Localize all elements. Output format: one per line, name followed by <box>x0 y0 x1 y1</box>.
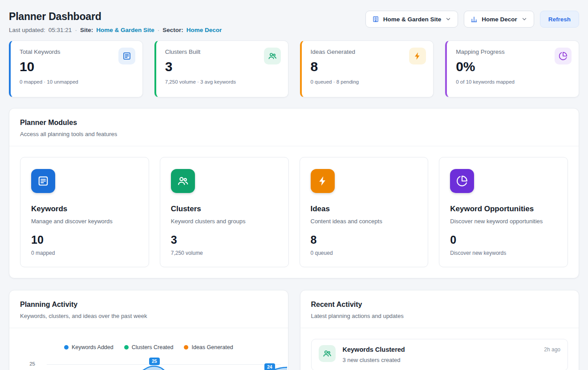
module-description: Manage and discover keywords <box>31 218 138 225</box>
data-point-label: 25 <box>149 358 160 365</box>
modules-grid: Keywords Manage and discover keywords 10… <box>9 146 579 278</box>
refresh-button[interactable]: Refresh <box>540 11 579 28</box>
module-detail: 0 mapped <box>31 250 138 256</box>
module-detail: 0 queued <box>311 250 418 256</box>
header-left: Planner Dashboard Last updated: 05:31:21… <box>9 11 222 33</box>
planning-activity-panel: Planning Activity Keywords, clusters, an… <box>9 290 288 370</box>
stat-detail: 7,250 volume · 3 avg keywords <box>165 79 279 84</box>
module-description: Content ideas and concepts <box>311 218 418 225</box>
pie-chart-icon <box>450 169 474 193</box>
document-lines-icon <box>31 169 55 193</box>
building-icon <box>372 16 379 23</box>
header-meta: Last updated: 05:31:21 · Site: Home & Ga… <box>9 27 222 33</box>
lightning-icon <box>311 169 335 193</box>
stat-value: 10 <box>20 59 134 74</box>
activity-item-time: 2h ago <box>544 346 560 353</box>
module-description: Discover new keyword opportunities <box>450 218 557 225</box>
recent-activity-panel: Recent Activity Latest planning actions … <box>300 290 580 370</box>
stat-card-total-keywords: Total Keywords 10 0 mapped · 10 unmapped <box>9 40 143 97</box>
legend-item-ideas-generated: Ideas Generated <box>184 344 233 350</box>
legend-label: Keywords Added <box>72 344 114 350</box>
module-detail: 7,250 volume <box>171 250 278 256</box>
stat-card-mapping-progress: Mapping Progress 0% 0 of 10 keywords map… <box>445 40 579 97</box>
planner-modules-panel: Planner Modules Access all planning tool… <box>9 108 579 278</box>
stat-card-ideas-generated: Ideas Generated 8 0 queued · 8 pending <box>300 40 434 97</box>
lightning-icon <box>409 48 426 64</box>
module-description: Keyword clusters and groups <box>171 218 278 225</box>
stat-label: Clusters Built <box>165 48 279 55</box>
module-title: Keywords <box>31 205 138 213</box>
page-title: Planner Dashboard <box>9 11 222 23</box>
bar-chart-icon <box>470 16 478 23</box>
stat-label: Mapping Progress <box>456 48 570 55</box>
data-point-label: 24 <box>264 363 275 370</box>
module-title: Keyword Opportunities <box>450 205 557 213</box>
legend-item-clusters-created: Clusters Created <box>124 344 174 350</box>
legend-dot-icon <box>64 345 69 350</box>
sector-selector-dropdown[interactable]: Home Decor <box>464 11 534 28</box>
stat-label: Ideas Generated <box>311 48 425 55</box>
module-value: 8 <box>311 233 418 246</box>
stat-detail: 0 of 10 keywords mapped <box>456 79 570 84</box>
document-lines-icon <box>118 48 135 64</box>
legend-dot-icon <box>184 345 188 350</box>
site-selector-label: Home & Garden Site <box>383 16 442 23</box>
divider <box>9 328 288 328</box>
recent-activity-title: Recent Activity <box>311 301 568 309</box>
users-icon <box>264 48 281 64</box>
stat-value: 0% <box>456 59 570 74</box>
site-link[interactable]: Home & Garden Site <box>96 27 154 33</box>
keywords-added-area-series <box>40 358 289 370</box>
planning-activity-title: Planning Activity <box>20 301 277 309</box>
planner-dashboard-page: Planner Dashboard Last updated: 05:31:21… <box>0 0 588 370</box>
activity-item-title: Keywords Clustered <box>343 346 405 353</box>
activity-item-keywords-clustered: Keywords Clustered 3 new clusters create… <box>311 339 568 370</box>
activity-item-text: Keywords Clustered 3 new clusters create… <box>343 345 405 363</box>
module-detail: Discover new keywords <box>450 250 557 256</box>
separator-dot: · <box>158 27 160 33</box>
stat-value: 8 <box>311 59 425 74</box>
modules-title: Planner Modules <box>20 119 568 127</box>
recent-activity-list: Keywords Clustered 3 new clusters create… <box>300 328 579 370</box>
site-selector-dropdown[interactable]: Home & Garden Site <box>365 11 458 28</box>
modules-subtitle: Access all planning tools and features <box>20 131 568 137</box>
module-card-keywords[interactable]: Keywords Manage and discover keywords 10… <box>20 157 149 267</box>
module-title: Clusters <box>171 205 278 213</box>
module-value: 10 <box>31 233 138 246</box>
site-label: Site: <box>80 27 93 33</box>
stat-card-clusters-built: Clusters Built 3 7,250 volume · 3 avg ke… <box>154 40 288 97</box>
module-card-ideas[interactable]: Ideas Content ideas and concepts 8 0 que… <box>300 157 429 267</box>
planning-activity-subtitle: Keywords, clusters, and ideas over the p… <box>20 313 277 319</box>
page-header: Planner Dashboard Last updated: 05:31:21… <box>9 9 579 33</box>
header-actions: Home & Garden Site Home Decor Refresh <box>365 11 579 28</box>
module-title: Ideas <box>311 205 418 213</box>
module-value: 0 <box>450 233 557 246</box>
stat-detail: 0 queued · 8 pending <box>311 79 425 84</box>
legend-item-keywords-added: Keywords Added <box>64 344 114 350</box>
module-card-clusters[interactable]: Clusters Keyword clusters and groups 3 7… <box>160 157 289 267</box>
users-icon <box>319 345 336 362</box>
bottom-row: Planning Activity Keywords, clusters, an… <box>9 290 579 370</box>
separator-dot: · <box>75 27 77 33</box>
legend-label: Ideas Generated <box>191 344 233 350</box>
module-card-keyword-opportunities[interactable]: Keyword Opportunities Discover new keywo… <box>439 157 568 267</box>
stats-row: Total Keywords 10 0 mapped · 10 unmapped… <box>9 40 579 97</box>
pie-chart-icon <box>555 48 572 64</box>
stat-label: Total Keywords <box>20 48 134 55</box>
recent-activity-header: Recent Activity Latest planning actions … <box>300 290 579 328</box>
chart-legend: Keywords Added Clusters Created Ideas Ge… <box>9 344 288 350</box>
planning-activity-header: Planning Activity Keywords, clusters, an… <box>9 290 288 328</box>
stat-detail: 0 mapped · 10 unmapped <box>20 79 134 84</box>
module-value: 3 <box>171 233 278 246</box>
y-axis-tick: 25 <box>24 361 35 366</box>
sector-selector-label: Home Decor <box>482 16 517 23</box>
legend-label: Clusters Created <box>132 344 174 350</box>
last-updated-value: 05:31:21 <box>49 27 72 33</box>
recent-activity-subtitle: Latest planning actions and updates <box>311 313 568 319</box>
chevron-down-icon <box>521 16 527 22</box>
legend-dot-icon <box>124 345 129 350</box>
modules-panel-header: Planner Modules Access all planning tool… <box>9 109 579 146</box>
users-icon <box>171 169 195 193</box>
last-updated-label: Last updated: <box>9 27 45 33</box>
sector-link[interactable]: Home Decor <box>187 27 222 33</box>
